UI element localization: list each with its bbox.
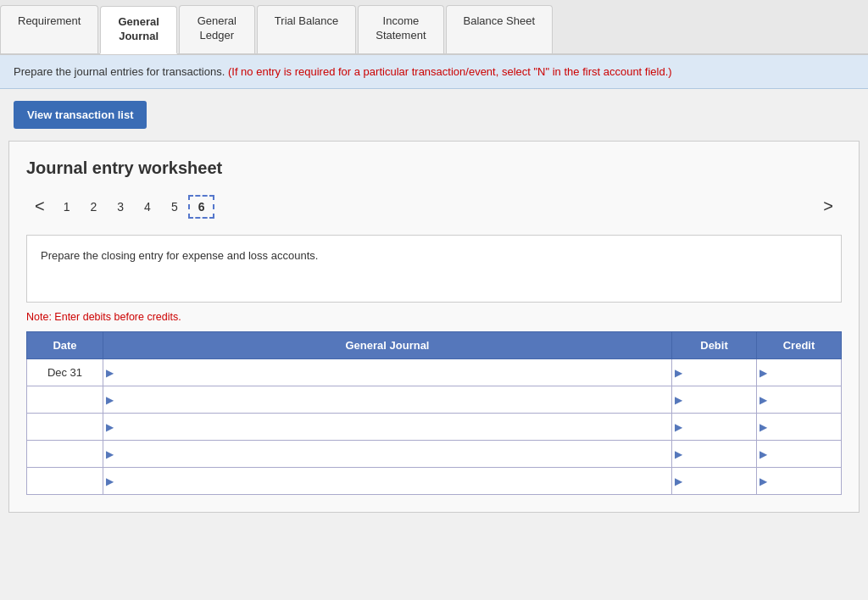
- tab-trial-balance[interactable]: Trial Balance: [257, 5, 356, 53]
- journal-input-2[interactable]: [103, 386, 671, 413]
- view-transaction-button[interactable]: View transaction list: [14, 101, 147, 129]
- journal-cell-2[interactable]: ▶: [103, 386, 672, 414]
- col-header-journal: General Journal: [103, 332, 672, 359]
- journal-input-4[interactable]: [103, 441, 671, 467]
- tab-balance-sheet[interactable]: Balance Sheet: [446, 5, 554, 53]
- debit-input-5[interactable]: [672, 468, 756, 494]
- credit-cell-2[interactable]: ▶: [757, 386, 842, 414]
- credit-cell-3[interactable]: ▶: [757, 414, 842, 441]
- journal-input-3[interactable]: [103, 414, 671, 440]
- credit-input-2[interactable]: [757, 386, 841, 413]
- worksheet-container: Journal entry worksheet < 1 2 3 4 5 6 > …: [8, 141, 860, 513]
- table-row: ▶ ▶ ▶: [27, 468, 842, 495]
- journal-cell-3[interactable]: ▶: [103, 414, 672, 441]
- col-header-debit: Debit: [672, 332, 757, 359]
- page-3-button[interactable]: 3: [107, 195, 134, 219]
- page-5-button[interactable]: 5: [161, 195, 188, 219]
- instruction-red: (If no entry is required for a particula…: [228, 65, 672, 78]
- tabs-bar: Requirement GeneralJournal GeneralLedger…: [0, 0, 868, 55]
- date-cell-4: [27, 441, 103, 468]
- debit-input-3[interactable]: [672, 414, 756, 440]
- journal-cell-1[interactable]: ▶: [103, 359, 672, 386]
- page-6-button[interactable]: 6: [188, 195, 215, 219]
- instruction-main: Prepare the journal entries for transact…: [14, 65, 225, 78]
- credit-input-1[interactable]: [757, 359, 841, 386]
- button-area: View transaction list: [0, 89, 868, 141]
- entry-description: Prepare the closing entry for expense an…: [26, 235, 842, 303]
- credit-cell-4[interactable]: ▶: [757, 441, 842, 468]
- page-4-button[interactable]: 4: [134, 195, 161, 219]
- debit-cell-3[interactable]: ▶: [672, 414, 757, 441]
- date-cell-1: Dec 31: [27, 359, 103, 386]
- credit-input-4[interactable]: [757, 441, 841, 467]
- credit-cell-5[interactable]: ▶: [757, 468, 842, 495]
- date-cell-2: [27, 386, 103, 414]
- table-row: ▶ ▶ ▶: [27, 386, 842, 414]
- debit-cell-4[interactable]: ▶: [672, 441, 757, 468]
- credit-input-5[interactable]: [757, 468, 841, 494]
- page-1-button[interactable]: 1: [53, 195, 81, 219]
- tab-general-ledger[interactable]: GeneralLedger: [179, 5, 255, 53]
- instruction-banner: Prepare the journal entries for transact…: [0, 55, 868, 90]
- debit-input-2[interactable]: [672, 386, 756, 413]
- date-value-1: Dec 31: [47, 366, 82, 379]
- tab-general-journal[interactable]: GeneralJournal: [100, 6, 176, 54]
- debit-input-4[interactable]: [672, 441, 756, 467]
- note-text: Note: Enter debits before credits.: [26, 311, 842, 323]
- table-row: ▶ ▶ ▶: [27, 441, 842, 468]
- tab-requirement[interactable]: Requirement: [0, 5, 98, 53]
- entry-description-text: Prepare the closing entry for expense an…: [41, 249, 318, 262]
- journal-input-1[interactable]: [103, 359, 671, 386]
- debit-cell-2[interactable]: ▶: [672, 386, 757, 414]
- col-header-date: Date: [27, 332, 103, 359]
- journal-table: Date General Journal Debit Credit Dec 31…: [26, 331, 842, 495]
- tab-income-statement[interactable]: IncomeStatement: [358, 5, 443, 53]
- date-cell-3: [27, 414, 103, 441]
- journal-input-5[interactable]: [103, 468, 671, 494]
- worksheet-title: Journal entry worksheet: [26, 158, 842, 178]
- debit-cell-1[interactable]: ▶: [672, 359, 757, 386]
- table-row: ▶ ▶ ▶: [27, 414, 842, 441]
- pagination: < 1 2 3 4 5 6 >: [26, 193, 842, 219]
- journal-cell-5[interactable]: ▶: [103, 468, 672, 495]
- date-cell-5: [27, 468, 103, 495]
- journal-cell-4[interactable]: ▶: [103, 441, 672, 468]
- prev-page-button[interactable]: <: [26, 193, 53, 219]
- col-header-credit: Credit: [757, 332, 842, 359]
- debit-cell-5[interactable]: ▶: [672, 468, 757, 495]
- page-2-button[interactable]: 2: [80, 195, 107, 219]
- credit-cell-1[interactable]: ▶: [757, 359, 842, 386]
- credit-input-3[interactable]: [757, 414, 841, 440]
- table-row: Dec 31 ▶ ▶ ▶: [27, 359, 842, 386]
- next-page-button[interactable]: >: [815, 193, 842, 219]
- debit-input-1[interactable]: [672, 359, 756, 386]
